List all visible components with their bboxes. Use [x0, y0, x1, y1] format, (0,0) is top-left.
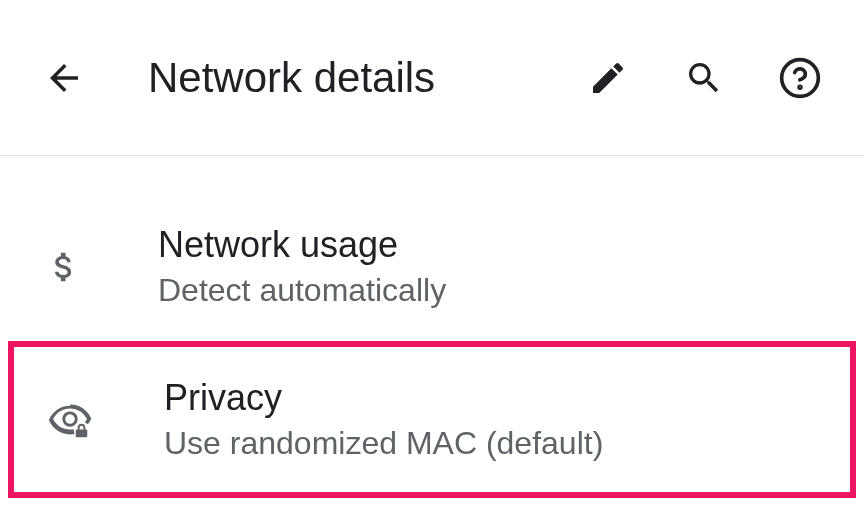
privacy-subtitle: Use randomized MAC (default): [164, 425, 603, 462]
back-button[interactable]: [40, 54, 88, 102]
privacy-title: Privacy: [164, 377, 603, 419]
help-icon: [778, 56, 822, 100]
privacy-text: Privacy Use randomized MAC (default): [164, 377, 603, 462]
page-title: Network details: [148, 54, 584, 102]
network-usage-subtitle: Detect automatically: [158, 272, 446, 309]
network-usage-title: Network usage: [158, 224, 446, 266]
arrow-back-icon: [43, 57, 85, 99]
edit-button[interactable]: [584, 54, 632, 102]
settings-list: Network usage Detect automatically Priva…: [0, 156, 864, 498]
svg-point-1: [799, 86, 801, 88]
privacy-highlight: Privacy Use randomized MAC (default): [8, 341, 856, 498]
eye-lock-icon: [46, 397, 94, 443]
pencil-icon: [588, 58, 628, 98]
toolbar-actions: [584, 54, 824, 102]
network-usage-item[interactable]: Network usage Detect automatically: [0, 204, 864, 329]
privacy-item[interactable]: Privacy Use randomized MAC (default): [14, 347, 850, 492]
network-usage-text: Network usage Detect automatically: [158, 224, 446, 309]
toolbar: Network details: [0, 0, 864, 156]
dollar-icon: [40, 248, 88, 286]
help-button[interactable]: [776, 54, 824, 102]
search-icon: [684, 58, 724, 98]
search-button[interactable]: [680, 54, 728, 102]
